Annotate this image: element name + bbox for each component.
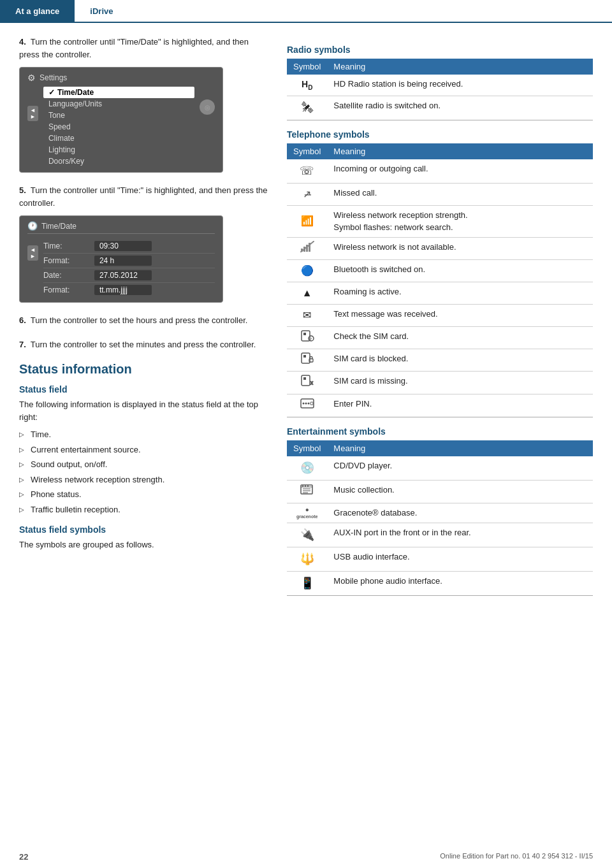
telephone-symbols-section: Telephone symbols Symbol Meaning ☏ Incom… [287,129,593,417]
entertainment-symbols-title: Entertainment symbols [287,426,593,437]
timedate-screenshot: 🕐 Time/Date ◄ ► Time: 09:30 Forma [19,215,223,303]
table-row: ●gracenote Gracenote® database. [287,503,593,523]
gracenote-text: ●gracenote [293,507,321,519]
gear-icon: ⚙ [27,73,36,83]
tab-idrive[interactable]: iDrive [75,0,128,22]
tel-meaning-missing-sim: SIM card is missing. [327,371,593,394]
format-value-1: 24 h [94,256,152,266]
table-row: Wireless network is not available. [287,237,593,259]
table-row: ? Check the SIM card. [287,326,593,349]
radio-meaning-hd: HD Radio station is being received. [327,75,593,96]
ent-col-meaning: Meaning [327,440,593,456]
tel-symbol-no-signal [287,237,327,259]
checkmark-icon: ✓ [48,88,55,97]
tel-meaning-pin: Enter PIN. [327,394,593,417]
date-row: Date: 27.05.2012 [43,268,215,283]
status-field-intro: The following information is displayed i… [19,398,268,423]
status-field-symbols-heading: Status field symbols [19,524,268,535]
highlighted-menu-item: ✓ Time/Date [43,87,194,98]
tel-meaning-bluetooth: Bluetooth is switched on. [327,259,593,282]
bullet-wireless: Wireless network reception strength. [19,472,268,488]
tab-at-a-glance-label: At a glance [15,6,59,16]
date-label: Date: [43,271,94,280]
tel-symbol-signal: 📶 [287,205,327,237]
right-column: Radio symbols Symbol Meaning HD HD Radio… [287,36,593,605]
telephone-symbols-table: Symbol Meaning ☏ Incoming or outgoing ca… [287,143,593,417]
nav-arrows-side: ◄ ► [27,245,38,261]
music-collection-icon [300,484,314,495]
tel-symbol-pin [287,394,327,417]
ent-symbol-cddvd: 💿 [287,456,327,481]
date-value: 27.05.2012 [94,270,152,280]
timedate-title: Time/Date [41,222,76,231]
table-row: 🔱 USB audio interface. [287,547,593,571]
clock-icon: 🕐 [27,221,38,231]
svg-point-18 [305,402,307,404]
entertainment-symbols-table: Symbol Meaning 💿 CD/DVD player. [287,440,593,596]
status-information-section: Status information Status field The foll… [19,362,268,551]
bullet-traffic: Traffic bulletin reception. [19,502,268,517]
entertainment-table-header: Symbol Meaning [287,440,593,456]
tel-symbol-check-sim: ? [287,326,327,349]
radio-symbol-hd: HD [287,75,327,96]
page-number: 22 [19,852,28,862]
table-row: 🛰 Satellite radio is switched on. [287,96,593,120]
step-4-number: 4. [19,37,26,47]
bullet-phone: Phone status. [19,487,268,502]
svg-point-17 [302,402,304,404]
table-row: 🔵 Bluetooth is switched on. [287,259,593,282]
missing-sim-icon [300,375,314,386]
tel-symbol-missing-sim [287,371,327,394]
format-row-1: Format: 24 h [43,254,215,268]
telephone-table-header: Symbol Meaning [287,143,593,159]
tab-at-a-glance[interactable]: At a glance [0,0,75,22]
page-header: At a glance iDrive [0,0,612,23]
table-row: HD HD Radio station is being received. [287,75,593,96]
radio-symbols-section: Radio symbols Symbol Meaning HD HD Radio… [287,45,593,120]
step-5-number: 5. [19,185,26,195]
tel-symbol-call: ☏ [287,159,327,184]
table-row: SIM card is blocked. [287,349,593,371]
entertainment-symbols-section: Entertainment symbols Symbol Meaning 💿 C… [287,426,593,596]
step-4-text: 4. Turn the controller until "Time/Date"… [19,36,268,61]
step-6-text: 6. Turn the controller to set the hours … [19,314,268,327]
timedate-title-bar: 🕐 Time/Date [27,221,215,234]
table-row: Music collection. [287,480,593,503]
blocked-sim-icon [300,352,314,364]
tel-col-meaning: Meaning [327,143,593,159]
radio-symbols-table: Symbol Meaning HD HD Radio station is be… [287,59,593,120]
controller-knob: ◎ [200,99,215,115]
radio-col-symbol: Symbol [287,59,327,75]
settings-title: Settings [40,73,67,82]
tab-idrive-label: iDrive [90,6,113,16]
step-6: 6. Turn the controller to set the hours … [19,314,268,327]
svg-rect-9 [302,353,310,363]
tel-meaning-missed: Missed call. [327,183,593,205]
svg-rect-10 [303,355,306,358]
format-label-1: Format: [43,256,94,265]
tel-symbol-sms: ✉ [287,304,327,326]
settings-title-bar: ⚙ Settings [27,73,215,83]
enter-pin-icon [300,398,314,409]
table-row: 📶 Wireless network reception strength.Sy… [287,205,593,237]
ent-col-symbol: Symbol [287,440,327,456]
bullet-time: Time. [19,427,268,442]
menu-item-tone: Tone [43,110,194,121]
page-footer: 22 Online Edition for Part no. 01 40 2 9… [0,852,612,862]
tel-meaning-check-sim: Check the SIM card. [327,326,593,349]
menu-item-language: Language/Units [43,98,194,110]
tel-symbol-missed: ↗̶ [287,183,327,205]
tel-meaning-signal: Wireless network reception strength.Symb… [327,205,593,237]
format-label-2: Format: [43,286,94,294]
settings-menu: ✓ Time/Date Language/Units Tone Speed Cl… [43,87,194,167]
svg-rect-13 [303,377,306,380]
settings-screenshot: ⚙ Settings ◄ ► ✓ Time/Date Language/Unit… [19,67,223,173]
tel-symbol-roaming: ▲ [287,282,327,304]
left-column: 4. Turn the controller until "Time/Date"… [19,36,268,605]
format-row-2: Format: tt.mm.jjjj [43,283,215,297]
table-row: ✉ Text message was received. [287,304,593,326]
tel-meaning-sms: Text message was received. [327,304,593,326]
time-label: Time: [43,242,94,250]
step-5: 5. Turn the controller until "Time:" is … [19,184,268,303]
svg-rect-20 [310,402,313,405]
